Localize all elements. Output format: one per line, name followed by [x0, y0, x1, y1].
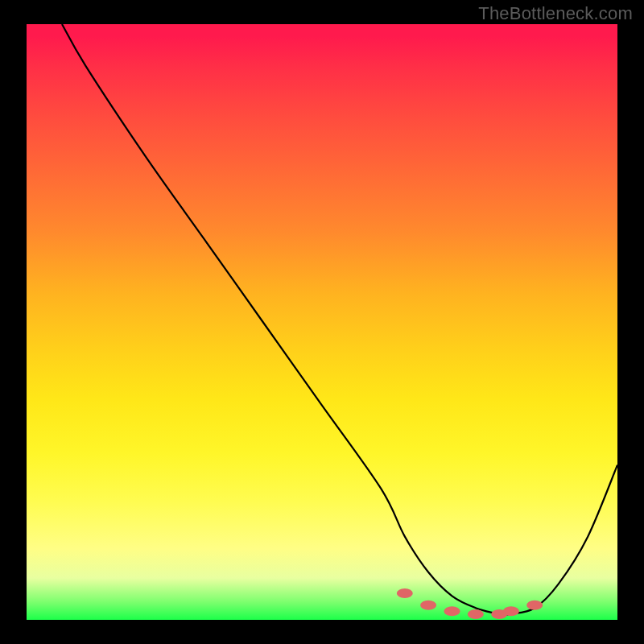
marker-dot — [503, 606, 519, 616]
plot-area — [27, 24, 617, 620]
marker-dot — [397, 588, 413, 598]
marker-dot — [420, 601, 436, 610]
chart-frame: TheBottleneck.com — [0, 0, 644, 644]
marker-dot — [468, 609, 484, 619]
marker-dot — [526, 601, 543, 610]
marker-dot — [444, 606, 460, 616]
optimal-range-markers — [27, 24, 617, 620]
watermark-text: TheBottleneck.com — [478, 3, 633, 24]
